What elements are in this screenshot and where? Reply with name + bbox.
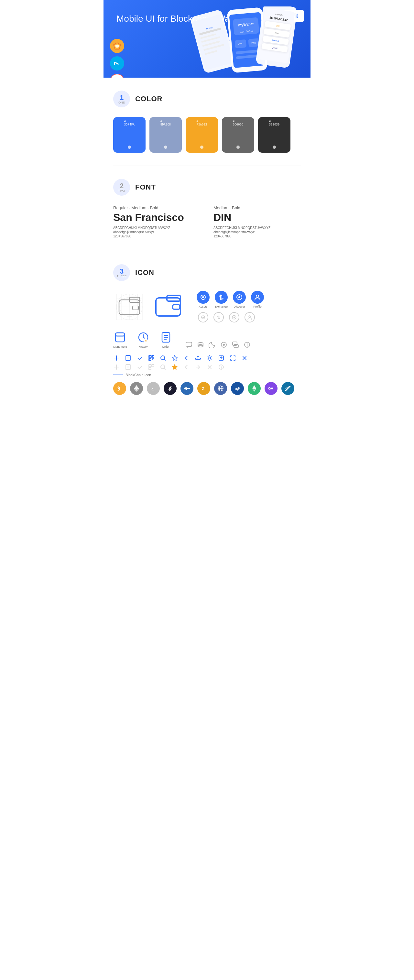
gear-icon [206, 355, 213, 361]
wallet-icon-colored [153, 291, 186, 323]
color-section: 1 ONE COLOR #3574FA #8DA0C8 #F5A623 #666… [104, 78, 310, 165]
svg-rect-96 [152, 356, 153, 357]
font-sf: Regular · Medium · Bold San Francisco AB… [113, 205, 201, 238]
export-icon [218, 355, 225, 361]
history-label: History [139, 345, 148, 348]
icon-section-header: 3 THREE ICON [113, 264, 301, 281]
color-swatch-orange: #F5A623 [186, 117, 218, 153]
waves-icon [231, 382, 244, 395]
color-section-title: COLOR [135, 95, 162, 103]
discover-icon [233, 291, 246, 304]
network-icon [214, 382, 227, 395]
svg-rect-68 [115, 333, 124, 342]
app-nav-icons: Assets Exchange [197, 291, 264, 323]
font-sf-meta: Regular · Medium · Bold [113, 205, 201, 210]
svg-marker-124 [134, 385, 139, 390]
svg-point-78 [198, 342, 203, 344]
eth-classic-icon [248, 382, 261, 395]
svg-text:BTC: BTC [238, 43, 243, 46]
plus-outline-icon [113, 364, 119, 370]
chevron-left-outline-icon [183, 364, 189, 370]
phone-mockups: Profile myWallet 6,297,502.12 BTC ETH [184, 6, 310, 78]
history-icon-item: History [137, 331, 150, 348]
font-section-number: 2 TWO [113, 179, 130, 196]
font-sf-lower: abcdefghijklmnopqrstuvwxyz [113, 230, 201, 234]
blockchain-label-text: BlockChain Icon [126, 373, 151, 377]
icon-section-number: 3 THREE [113, 264, 130, 281]
exchange-label: Exchange [215, 305, 228, 308]
svg-line-117 [164, 368, 166, 370]
management-label: Mangment [113, 345, 127, 348]
color-section-header: 1 ONE COLOR [113, 91, 301, 107]
exchange-icon-item: Exchange [215, 291, 228, 308]
circle-dot-icon [220, 341, 228, 348]
info-outline-icon [218, 364, 225, 370]
font-din-name: DIN [213, 212, 301, 223]
check-outline-icon [137, 364, 143, 370]
star-icon [171, 355, 178, 361]
font-din-lower: abcdefghijklmnopqrstuvwxyz [213, 230, 301, 234]
svg-point-67 [249, 316, 251, 318]
assets-icon-item: Assets [197, 291, 210, 308]
color-swatch-gray-blue: #8DA0C8 [150, 117, 182, 153]
check-icon [137, 355, 143, 361]
color-section-number: 1 ONE [113, 91, 130, 107]
hero-badges: Ps 60+ Screens [110, 39, 124, 78]
ethereum-icon [130, 382, 143, 395]
nav-icons-section: Mangment History Order [113, 331, 301, 348]
zcash-icon: Z [197, 382, 210, 395]
svg-text:ETH: ETH [251, 42, 256, 44]
svg-rect-82 [234, 344, 238, 348]
history-icon [137, 331, 150, 344]
ps-badge: Ps [110, 56, 124, 70]
exchange-outline-icon [213, 312, 224, 323]
svg-rect-18 [233, 17, 260, 36]
icon-section: 3 THREE ICON [104, 251, 310, 408]
svg-text:Z: Z [202, 386, 204, 391]
action-icons-row-1 [113, 355, 301, 361]
svg-point-61 [238, 296, 240, 298]
svg-marker-134 [252, 385, 256, 390]
app-icons-row: Assets Exchange [197, 291, 264, 308]
svg-text:Ps: Ps [114, 61, 119, 66]
font-section-header: 2 TWO FONT [113, 179, 301, 196]
profile-label: Profile [253, 305, 262, 308]
font-section: 2 TWO FONT Regular · Medium · Bold San F… [104, 166, 310, 251]
crypto-icons-row: ₿ Ł D Z [113, 382, 301, 395]
svg-rect-97 [150, 359, 150, 360]
wallet-icon-grid [113, 291, 145, 323]
font-sf-name: San Francisco [113, 212, 201, 223]
search-icon [160, 355, 166, 361]
svg-rect-54 [132, 306, 139, 310]
svg-point-64 [202, 317, 204, 318]
main-icon-display: Assets Exchange [113, 291, 301, 323]
resize-icon [230, 355, 236, 361]
svg-text:₿: ₿ [118, 386, 120, 391]
stack-icon [197, 341, 204, 348]
color-swatch-blue: #3574FA [113, 117, 145, 153]
svg-marker-133 [235, 387, 240, 391]
svg-rect-8 [193, 14, 234, 70]
svg-rect-114 [152, 364, 154, 367]
star-filled-icon [171, 364, 178, 370]
font-sf-upper: ABCDEFGHIJKLMNOPQRSTUVWXYZ [113, 226, 201, 230]
profile-icon-item: Profile [251, 291, 264, 308]
exchange-icon [215, 291, 228, 304]
close-icon [241, 355, 248, 361]
blockchain-label: BlockChain Icon [113, 373, 301, 377]
profile-icon [251, 291, 264, 304]
svg-point-80 [223, 344, 225, 346]
search-outline-icon [160, 364, 166, 370]
moon-icon [209, 341, 216, 348]
svg-point-122 [221, 366, 221, 366]
share-icon [195, 355, 201, 361]
assets-icon [197, 291, 210, 304]
order-icon [159, 331, 172, 344]
svg-rect-115 [149, 368, 151, 370]
management-icon [113, 331, 126, 344]
svg-text:Ł: Ł [151, 386, 154, 391]
font-din: Medium · Bold DIN ABCDEFGHIJKLMNOPQRSTUV… [213, 205, 301, 238]
discover-label: Discover [234, 305, 245, 308]
svg-line-103 [164, 360, 166, 361]
svg-point-59 [202, 296, 204, 298]
